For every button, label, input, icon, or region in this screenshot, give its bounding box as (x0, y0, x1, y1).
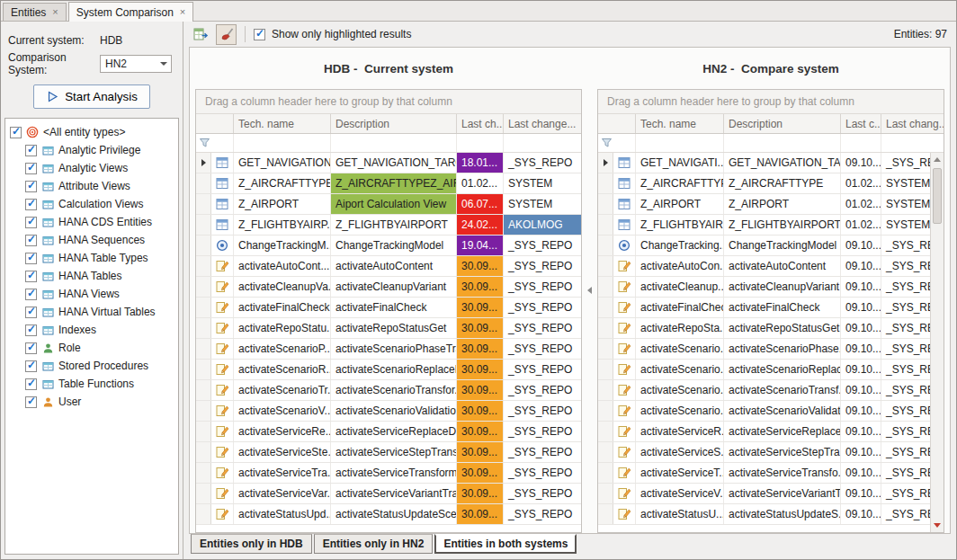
table-row[interactable]: ChangeTracking...ChangeTrackingModel09.1… (598, 236, 930, 256)
checkbox[interactable] (254, 29, 265, 40)
checkbox[interactable] (25, 253, 37, 264)
tab-system-comparison[interactable]: System Comparison× (68, 2, 193, 22)
tree-item-table-functions[interactable]: Table Functions (7, 375, 176, 393)
checkbox[interactable] (25, 307, 37, 318)
table-row[interactable]: activateFinalCheckactivateFinalCheck09.1… (598, 298, 930, 318)
table-row[interactable]: activateCleanup...activateCleanupVariant… (598, 277, 930, 298)
column-header-last-ch[interactable]: Last ch... (457, 114, 504, 133)
table-row[interactable]: activateScenario...activateScenarioValid… (598, 401, 930, 422)
checkbox[interactable] (25, 235, 37, 246)
table-row[interactable]: Z_AIRPORTZ_AIRPORT01.02...SYSTEM (598, 194, 930, 215)
tree-item-analytic-views[interactable]: Analytic Views (7, 159, 176, 177)
group-by-band[interactable]: Drag a column header here to group by th… (598, 90, 944, 114)
bottom-tab-entities-in-both-systems[interactable]: Entities in both systems (434, 534, 577, 554)
filter-cell[interactable] (636, 134, 724, 152)
column-header-last-change[interactable]: Last change... (504, 114, 581, 133)
tree-item-hana-cds-entities[interactable]: HANA CDS Entities (7, 213, 176, 231)
filter-funnel-icon[interactable] (196, 134, 234, 152)
filter-cell[interactable] (457, 134, 504, 152)
table-row[interactable]: Z_AIRCRAFTTYPEZ_AIRCRAFTTYPE01.02...SYST… (598, 173, 930, 194)
tree-item-hana-virtual-tables[interactable]: HANA Virtual Tables (7, 303, 176, 321)
checkbox[interactable] (25, 163, 37, 174)
column-header-description[interactable]: Description (724, 114, 841, 133)
tree-item-analytic-privilege[interactable]: Analytic Privilege (7, 141, 176, 159)
highlight-brush-button[interactable] (216, 24, 237, 45)
filter-cell[interactable] (841, 134, 881, 152)
table-row[interactable]: activateScenarioTr...activateScenarioTra… (196, 380, 581, 401)
table-row[interactable]: activateStatusUpd...activateStatusUpdate… (196, 504, 581, 525)
table-row[interactable]: Z_AIRCRAFTTYPEZ_AIRCRAFTTYPEZ_AIR...01.0… (196, 173, 581, 194)
tab-entities[interactable]: Entities× (3, 3, 67, 21)
table-row[interactable]: activateScenario...activateScenarioRepla… (598, 360, 930, 380)
table-row[interactable]: activateScenarioP...activateScenarioPhas… (196, 339, 581, 360)
filter-cell[interactable] (331, 134, 457, 152)
column-header-tech-name[interactable]: Tech. name (636, 114, 724, 133)
table-row[interactable]: activateRepoSta...activateRepoStatusGet0… (598, 318, 930, 339)
checkbox[interactable] (25, 360, 37, 372)
table-row[interactable]: activateScenarioR...activateScenarioRepl… (196, 360, 581, 380)
scrollbar-thumb[interactable] (933, 168, 942, 224)
table-row[interactable]: activateServiceV...activateServiceVarian… (598, 484, 930, 504)
show-highlighted-checkbox[interactable]: Show only highlighted results (254, 28, 411, 40)
scroll-up-button[interactable] (931, 153, 944, 166)
checkbox[interactable] (25, 396, 37, 408)
filter-cell[interactable] (234, 134, 331, 152)
export-button[interactable] (191, 24, 211, 45)
table-row[interactable]: Z_AIRPORTAiport Calculation View06.07...… (196, 194, 581, 215)
filter-funnel-icon[interactable] (598, 134, 636, 152)
tree-item-calculation-views[interactable]: Calculation Views (7, 195, 176, 213)
checkbox[interactable] (25, 181, 37, 192)
table-row[interactable]: activateRepoStatu...activateRepoStatusGe… (196, 318, 581, 339)
comparison-system-select[interactable]: HN2 (100, 55, 172, 73)
checkbox[interactable] (25, 217, 37, 228)
filter-cell[interactable] (504, 134, 581, 152)
bottom-tab-entities-only-in-hdb[interactable]: Entities only in HDB (191, 534, 312, 554)
table-row[interactable]: activateServiceVar...activateServiceVari… (196, 484, 581, 504)
tree-item-hana-views[interactable]: HANA Views (7, 285, 176, 303)
checkbox[interactable] (25, 145, 37, 156)
collapse-left-icon[interactable] (587, 287, 592, 294)
checkbox[interactable] (25, 324, 37, 336)
table-row[interactable]: activateServiceT...activateServiceTransf… (598, 463, 930, 484)
checkbox[interactable] (25, 289, 37, 300)
checkbox[interactable] (25, 271, 37, 282)
all-entity-types-checkbox[interactable] (10, 127, 22, 138)
tree-item-stored-procedures[interactable]: Stored Procedures (7, 357, 176, 375)
table-row[interactable]: activateServiceTra...activateServiceTran… (196, 463, 581, 484)
filter-cell[interactable] (881, 134, 944, 152)
table-row[interactable]: activateCleanupVa...activateCleanupVaria… (196, 277, 581, 298)
table-row[interactable]: activateFinalCheckactivateFinalCheck30.0… (196, 298, 581, 318)
close-tab-icon[interactable]: × (180, 7, 185, 17)
close-tab-icon[interactable]: × (52, 7, 58, 17)
table-row[interactable]: activateScenario...activateScenarioPhase… (598, 339, 930, 360)
scrollbar-track[interactable] (931, 166, 944, 519)
filter-cell[interactable] (724, 134, 841, 152)
tree-item-user[interactable]: User (7, 393, 176, 411)
table-row[interactable]: activateAutoCon...activateAutoContent09.… (598, 256, 930, 277)
table-row[interactable]: GET_NAVIGATI...GET_NAVIGATION_TA...09.10… (598, 153, 930, 173)
column-header-last-chang[interactable]: Last chang... (881, 114, 944, 133)
tree-item-all-entity-types[interactable]: <All entity types> (7, 123, 176, 141)
table-row[interactable]: Z_FLIGHTBYAIR...Z_FLIGHTBYAIRPORT01.02..… (598, 215, 930, 236)
table-row[interactable]: activateStatusU...activateStatusUpdateS.… (598, 504, 930, 525)
tree-item-hana-sequences[interactable]: HANA Sequences (7, 231, 176, 249)
table-row[interactable]: activateServiceR...activateServiceReplac… (598, 422, 930, 442)
group-by-band[interactable]: Drag a column header here to group by th… (196, 90, 581, 114)
table-row[interactable]: activateServiceSte...activateServiceStep… (196, 442, 581, 463)
table-row[interactable]: activateServiceRe...activateServiceRepla… (196, 422, 581, 442)
table-row[interactable]: activateServiceS...activateServiceStepTr… (598, 442, 930, 463)
tree-item-hana-tables[interactable]: HANA Tables (7, 267, 176, 285)
table-row[interactable]: Z_FLIGHTBYAIRP...Z_FLIGHTBYAIRPORT24.02.… (196, 215, 581, 236)
tree-item-role[interactable]: Role (7, 339, 176, 357)
table-row[interactable]: activateAutoCont...activateAutoContent30… (196, 256, 581, 277)
tree-item-attribute-views[interactable]: Attribute Views (7, 177, 176, 195)
vertical-scrollbar[interactable] (930, 153, 944, 532)
tree-item-hana-table-types[interactable]: HANA Table Types (7, 249, 176, 267)
column-header-last-c[interactable]: Last c... (841, 114, 881, 133)
table-row[interactable]: activateScenario...activateScenarioTrans… (598, 380, 930, 401)
table-row[interactable]: ChangeTrackingM...ChangeTrackingModel19.… (196, 236, 581, 256)
tree-item-indexes[interactable]: Indexes (7, 321, 176, 339)
checkbox[interactable] (25, 378, 37, 390)
table-row[interactable]: activateScenarioV...activateScenarioVali… (196, 401, 581, 422)
table-row[interactable]: GET_NAVIGATION...GET_NAVIGATION_TARG...1… (196, 153, 581, 173)
